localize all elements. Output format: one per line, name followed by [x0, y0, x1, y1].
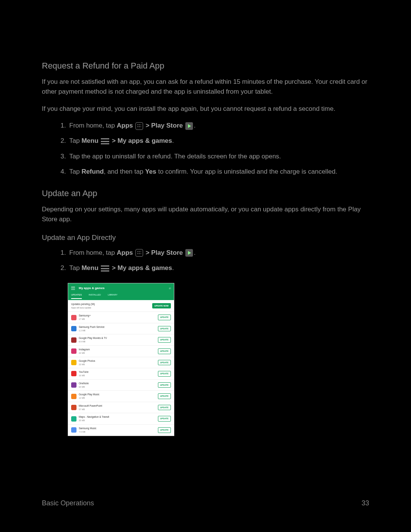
app-row: Google Play Movies & TV8.9 MBUPDATE — [68, 334, 174, 345]
update-sub: Update an App Directly — [42, 232, 369, 243]
apps-icon — [135, 122, 143, 130]
footer-left: Basic Operations — [42, 499, 94, 507]
update-button: UPDATE — [158, 382, 171, 388]
app-size: 23 MB — [79, 363, 156, 366]
app-name: YouTube — [79, 370, 156, 374]
app-icon — [71, 382, 76, 388]
update-steps: From home, tap Apps > Play Store . Tap M… — [42, 248, 369, 273]
app-row: Microsoft PowerPoint57 MBUPDATE — [68, 402, 174, 413]
refund-step-3: Tap the app to uninstall for a refund. T… — [68, 152, 369, 161]
footer-right: 33 — [362, 499, 369, 507]
update-button: UPDATE — [158, 405, 171, 411]
update-button: UPDATE — [158, 427, 171, 433]
app-icon — [71, 348, 76, 354]
page-footer: Basic Operations 33 — [42, 499, 369, 507]
app-name: Instagram — [79, 348, 156, 351]
app-name: Samsung Push Service — [79, 325, 156, 329]
app-size: 1.2 MB — [79, 329, 156, 332]
pending-row: Updates pending (36) Apps will auto-upda… — [68, 300, 174, 312]
update-button: UPDATE — [158, 315, 171, 320]
app-icon — [71, 360, 76, 365]
app-row: Instagram22 MBUPDATE — [68, 345, 174, 357]
hamburger-icon — [71, 287, 75, 290]
app-row: Google Play Music12 MBUPDATE — [68, 390, 174, 402]
app-size: 25 MB — [79, 419, 156, 422]
update-title: Update an App — [42, 187, 369, 200]
app-size: 7.9 MB — [79, 430, 156, 434]
app-row: Maps - Navigation & Transit25 MBUPDATE — [68, 413, 174, 424]
app-name: Samsung Music — [79, 427, 156, 430]
app-row: Samsung Music7.9 MBUPDATE — [68, 424, 174, 436]
app-name: Google Play Movies & TV — [79, 336, 156, 340]
update-p1: Depending on your settings, many apps wi… — [42, 204, 369, 225]
shot-header: My apps & games ⌕ — [68, 283, 174, 293]
shot-tabs: UPDATES INSTALLED LIBRARY — [68, 293, 174, 300]
refund-p1: If you are not satisfied with an app, yo… — [42, 77, 369, 97]
menu-icon — [101, 265, 109, 272]
app-row: Google Photos23 MBUPDATE — [68, 357, 174, 368]
play-store-icon — [185, 249, 193, 257]
app-icon — [71, 416, 76, 422]
search-icon: ⌕ — [169, 286, 171, 291]
play-store-screenshot: My apps & games ⌕ UPDATES INSTALLED LIBR… — [68, 283, 174, 436]
app-name: Maps - Navigation & Transit — [79, 415, 156, 419]
app-name: Microsoft PowerPoint — [79, 404, 156, 408]
pending-count: Updates pending (36) — [71, 302, 95, 306]
app-row: Samsung+17 MBUPDATE — [68, 312, 174, 323]
apps-icon — [135, 249, 143, 257]
update-now-button: UPDATE NOW — [152, 303, 171, 309]
update-button: UPDATE — [158, 348, 171, 354]
app-list: Samsung+17 MBUPDATESamsung Push Service1… — [68, 312, 174, 435]
update-step-2: Tap Menu > My apps & games. — [68, 263, 369, 273]
app-icon — [71, 394, 76, 399]
app-size: 22 MB — [79, 351, 156, 355]
refund-step-1: From home, tap Apps > Play Store . — [68, 121, 369, 131]
refund-p2: If you change your mind, you can install… — [42, 104, 369, 114]
app-icon — [71, 371, 76, 376]
app-row: Samsung Push Service1.2 MBUPDATE — [68, 323, 174, 334]
update-button: UPDATE — [158, 360, 171, 366]
update-step-1: From home, tap Apps > Play Store . — [68, 248, 369, 258]
app-size: 12 MB — [79, 396, 156, 400]
update-button: UPDATE — [158, 416, 171, 422]
shot-title: My apps & games — [79, 286, 165, 291]
refund-steps: From home, tap Apps > Play Store . Tap M… — [42, 121, 369, 177]
app-size: 17 MB — [79, 318, 156, 321]
app-size: 64 MB — [79, 385, 156, 389]
app-name: Google Play Music — [79, 393, 156, 396]
app-row: OneNote64 MBUPDATE — [68, 379, 174, 391]
menu-icon — [101, 138, 109, 144]
refund-title: Request a Refund for a Paid App — [42, 59, 369, 72]
app-name: Samsung+ — [79, 314, 156, 318]
app-size: 8.9 MB — [79, 340, 156, 343]
update-button: UPDATE — [158, 371, 171, 377]
app-icon — [71, 427, 76, 433]
pending-sub: Apps will auto-update — [71, 306, 95, 310]
app-name: Google Photos — [79, 359, 156, 363]
play-store-icon — [185, 122, 193, 130]
app-icon — [71, 315, 76, 320]
app-row: YouTube16 MBUPDATE — [68, 368, 174, 379]
app-icon — [71, 326, 76, 331]
refund-step-2: Tap Menu > My apps & games. — [68, 136, 369, 146]
update-button: UPDATE — [158, 393, 171, 399]
tab-library: LIBRARY — [108, 293, 118, 299]
app-size: 16 MB — [79, 374, 156, 377]
app-size: 57 MB — [79, 408, 156, 411]
update-button: UPDATE — [158, 337, 171, 343]
app-icon — [71, 337, 76, 343]
refund-step-4: Tap Refund, and then tap Yes to confirm.… — [68, 167, 369, 177]
app-icon — [71, 405, 76, 410]
app-name: OneNote — [79, 382, 156, 385]
tab-installed: INSTALLED — [89, 293, 101, 299]
tab-updates: UPDATES — [71, 293, 82, 299]
update-button: UPDATE — [158, 326, 171, 332]
